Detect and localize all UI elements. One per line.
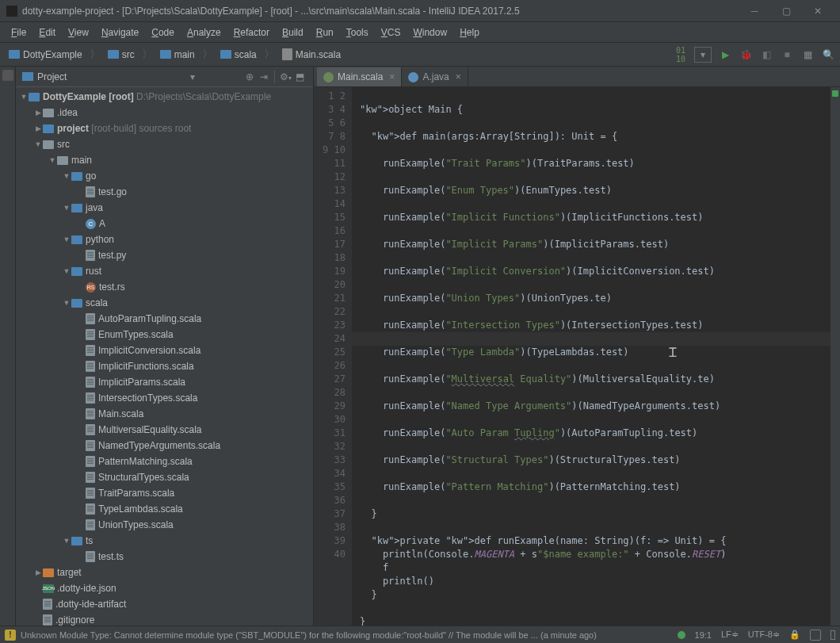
menu-run[interactable]: Run [310, 25, 340, 40]
tree-item--gitignore[interactable]: .gitignore [16, 612, 313, 626]
binary-toggle-icon[interactable]: 0110 [674, 48, 688, 62]
tree-arrow[interactable] [62, 204, 71, 212]
status-line-ending[interactable]: LF≑ [721, 630, 739, 640]
error-stripe[interactable] [830, 87, 840, 626]
tree-item-target[interactable]: target [16, 565, 313, 580]
run-icon[interactable]: ▶ [718, 48, 732, 62]
tab-close-icon[interactable]: × [389, 71, 395, 82]
menu-analyze[interactable]: Analyze [181, 25, 227, 40]
tree-item-test-ts[interactable]: test.ts [16, 549, 313, 565]
tree-item-python[interactable]: python [16, 232, 313, 247]
menu-tools[interactable]: Tools [340, 25, 375, 40]
status-message[interactable]: Unknown Module Type: Cannot determine mo… [21, 630, 597, 640]
tree-item-ts[interactable]: ts [16, 533, 313, 549]
tree-arrow[interactable] [62, 172, 71, 180]
tree-item-structuraltypes-scala[interactable]: StructuralTypes.scala [16, 469, 313, 485]
tree-item--idea[interactable]: .idea [16, 105, 313, 121]
tree-item-typelambdas-scala[interactable]: TypeLambdas.scala [16, 501, 313, 517]
tree-item--dotty-ide-json[interactable]: JSON.dotty-ide.json [16, 580, 313, 596]
minimize-button[interactable]: ─ [739, 0, 770, 22]
tree-item-multiversalequality-scala[interactable]: MultiversalEquality.scala [16, 422, 313, 438]
tree-item-patternmatching-scala[interactable]: PatternMatching.scala [16, 454, 313, 469]
tree-item-main[interactable]: main [16, 152, 313, 168]
tree-item-dottyexample[interactable]: DottyExample [root] D:\Projects\Scala\Do… [16, 89, 313, 105]
tree-item-uniontypes-scala[interactable]: UnionTypes.scala [16, 517, 313, 533]
search-icon[interactable]: 🔍 [821, 48, 835, 62]
breadcrumb-dottyexample[interactable]: DottyExample [5, 47, 86, 63]
menu-file[interactable]: File [5, 25, 32, 40]
tree-item-rust[interactable]: rust [16, 263, 313, 279]
tab-main-scala[interactable]: Main.scala× [317, 67, 402, 86]
tree-arrow[interactable] [48, 156, 57, 164]
tab-a-java[interactable]: A.java× [402, 67, 468, 86]
maximize-button[interactable]: ▢ [770, 0, 802, 22]
tree-arrow[interactable] [62, 537, 71, 545]
tab-close-icon[interactable]: × [456, 71, 461, 82]
run-config-dropdown[interactable]: ▾ [694, 47, 712, 63]
layout-settings-icon[interactable]: ▦ [800, 48, 815, 62]
menu-navigate[interactable]: Navigate [95, 25, 145, 40]
tree-item-src[interactable]: src [16, 136, 313, 152]
tree-item-implicitfunctions-scala[interactable]: ImplicitFunctions.scala [16, 358, 313, 374]
breadcrumb-main[interactable]: main [156, 47, 199, 63]
status-cursor-pos[interactable]: 19:1 [695, 630, 712, 640]
status-encoding[interactable]: UTF-8≑ [748, 630, 780, 640]
breadcrumb-src[interactable]: src [104, 47, 139, 63]
tree-item-namedtypearguments-scala[interactable]: NamedTypeArguments.scala [16, 438, 313, 454]
menu-code[interactable]: Code [145, 25, 181, 40]
stop-icon[interactable]: ■ [780, 48, 794, 62]
collapse-all-icon[interactable]: ⇥ [257, 71, 271, 82]
tree-arrow[interactable] [62, 235, 71, 243]
tree-item-java[interactable]: java [16, 200, 313, 216]
tree-arrow[interactable] [19, 93, 29, 101]
status-indicator-icon[interactable] [678, 631, 685, 639]
menu-build[interactable]: Build [276, 25, 310, 40]
tree-item-a[interactable]: CA [16, 216, 313, 232]
close-button[interactable]: ✕ [802, 0, 834, 22]
menu-vcs[interactable]: VCS [375, 25, 407, 40]
breadcrumb-scala[interactable]: scala [216, 47, 261, 63]
tree-arrow[interactable] [33, 568, 43, 576]
tree-item-intersectiontypes-scala[interactable]: IntersectionTypes.scala [16, 390, 313, 406]
hide-panel-icon[interactable]: ⬒ [292, 71, 307, 82]
panel-settings-icon[interactable]: ⚙▾ [278, 71, 292, 82]
tree-arrow[interactable] [62, 299, 71, 307]
code-editor[interactable]: "kw">object Main { "kw">def main(args:Ar… [352, 87, 830, 626]
hector-icon[interactable] [810, 630, 821, 641]
tree-label: test.rs [99, 281, 125, 293]
tree-item-traitparams-scala[interactable]: TraitParams.scala [16, 485, 313, 501]
tree-item-test-go[interactable]: test.go [16, 184, 313, 200]
tree-item-main-scala[interactable]: Main.scala [16, 406, 313, 422]
tree-item-go[interactable]: go [16, 168, 313, 184]
status-warning-icon[interactable]: ! [5, 630, 16, 641]
tree-item-enumtypes-scala[interactable]: EnumTypes.scala [16, 327, 313, 343]
tree-item-test-py[interactable]: test.py [16, 247, 313, 263]
debug-icon[interactable]: 🐞 [739, 48, 753, 62]
tree-item-implicitparams-scala[interactable]: ImplicitParams.scala [16, 374, 313, 390]
breadcrumb-main-scala[interactable]: Main.scala [278, 46, 345, 63]
tree-label: UnionTypes.scala [98, 519, 174, 530]
menu-view[interactable]: View [62, 25, 95, 40]
tree-item--dotty-ide-artifact[interactable]: .dotty-ide-artifact [16, 596, 313, 612]
tree-item-scala[interactable]: scala [16, 295, 313, 311]
tree-item-autoparamtupling-scala[interactable]: AutoParamTupling.scala [16, 311, 313, 327]
project-nav-icon[interactable] [2, 70, 13, 81]
lock-icon[interactable]: 🔒 [789, 630, 800, 640]
menu-help[interactable]: Help [453, 25, 486, 40]
tree-item-project[interactable]: project [root-build] sources root [16, 121, 313, 136]
project-view-dropdown[interactable]: ▾ [190, 71, 195, 82]
tree-arrow[interactable] [33, 109, 43, 117]
file-icon [43, 614, 52, 626]
menu-edit[interactable]: Edit [32, 25, 62, 40]
memory-indicator[interactable] [830, 630, 835, 640]
menu-window[interactable]: Window [407, 25, 453, 40]
scroll-from-source-icon[interactable]: ⊕ [242, 71, 257, 82]
coverage-icon[interactable]: ◧ [759, 48, 773, 62]
tree-item-test-rs[interactable]: RStest.rs [16, 279, 313, 295]
menu-refactor[interactable]: Refactor [227, 25, 276, 40]
tree-arrow[interactable] [33, 140, 43, 148]
tree-arrow[interactable] [62, 267, 71, 275]
tree-item-implicitconversion-scala[interactable]: ImplicitConversion.scala [16, 343, 313, 358]
project-tree[interactable]: DottyExample [root] D:\Projects\Scala\Do… [16, 87, 313, 626]
tree-arrow[interactable] [33, 124, 43, 132]
